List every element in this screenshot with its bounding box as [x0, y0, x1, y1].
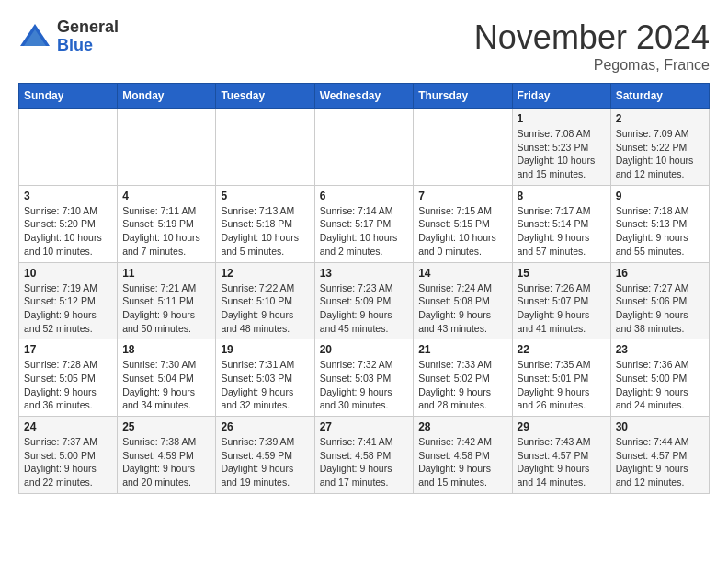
- day-number: 24: [24, 420, 112, 433]
- day-info: Sunrise: 7:41 AM Sunset: 4:58 PM Dayligh…: [320, 435, 409, 489]
- logo: General Blue: [18, 18, 119, 55]
- calendar-cell: 8Sunrise: 7:17 AM Sunset: 5:14 PM Daylig…: [512, 185, 610, 262]
- calendar-cell: 11Sunrise: 7:21 AM Sunset: 5:11 PM Dayli…: [118, 262, 216, 339]
- day-number: 7: [418, 190, 506, 202]
- calendar-cell: 30Sunrise: 7:44 AM Sunset: 4:57 PM Dayli…: [610, 417, 709, 494]
- day-number: 3: [24, 190, 112, 202]
- day-info: Sunrise: 7:30 AM Sunset: 5:04 PM Dayligh…: [122, 358, 210, 412]
- day-info: Sunrise: 7:37 AM Sunset: 5:00 PM Dayligh…: [24, 435, 112, 489]
- day-info: Sunrise: 7:17 AM Sunset: 5:14 PM Dayligh…: [518, 204, 606, 259]
- day-info: Sunrise: 7:43 AM Sunset: 4:57 PM Dayligh…: [518, 435, 606, 489]
- calendar-cell: 22Sunrise: 7:35 AM Sunset: 5:01 PM Dayli…: [512, 339, 610, 417]
- day-number: 30: [616, 420, 704, 433]
- title-block: November 2024 Pegomas, France: [474, 18, 710, 74]
- day-info: Sunrise: 7:10 AM Sunset: 5:20 PM Dayligh…: [24, 204, 112, 259]
- day-number: 25: [122, 420, 210, 433]
- calendar-week-5: 24Sunrise: 7:37 AM Sunset: 5:00 PM Dayli…: [19, 417, 710, 494]
- day-info: Sunrise: 7:22 AM Sunset: 5:10 PM Dayligh…: [221, 282, 309, 336]
- day-info: Sunrise: 7:19 AM Sunset: 5:12 PM Dayligh…: [24, 282, 112, 336]
- day-number: 27: [320, 420, 409, 433]
- calendar-cell: 2Sunrise: 7:09 AM Sunset: 5:22 PM Daylig…: [610, 109, 709, 186]
- calendar-cell: 27Sunrise: 7:41 AM Sunset: 4:58 PM Dayli…: [314, 417, 414, 494]
- day-info: Sunrise: 7:23 AM Sunset: 5:09 PM Dayligh…: [320, 282, 409, 336]
- day-info: Sunrise: 7:36 AM Sunset: 5:00 PM Dayligh…: [616, 358, 704, 412]
- day-info: Sunrise: 7:09 AM Sunset: 5:22 PM Dayligh…: [616, 127, 704, 181]
- calendar-cell: 24Sunrise: 7:37 AM Sunset: 5:00 PM Dayli…: [19, 417, 118, 494]
- logo-text: General Blue: [57, 18, 119, 55]
- day-number: 21: [418, 343, 506, 356]
- calendar-week-2: 3Sunrise: 7:10 AM Sunset: 5:20 PM Daylig…: [19, 185, 710, 262]
- calendar-cell: 3Sunrise: 7:10 AM Sunset: 5:20 PM Daylig…: [19, 185, 118, 262]
- calendar-cell: 7Sunrise: 7:15 AM Sunset: 5:15 PM Daylig…: [414, 185, 512, 262]
- day-number: 11: [122, 267, 210, 280]
- calendar-cell: 12Sunrise: 7:22 AM Sunset: 5:10 PM Dayli…: [216, 262, 314, 339]
- calendar-cell: 5Sunrise: 7:13 AM Sunset: 5:18 PM Daylig…: [216, 185, 314, 262]
- day-number: 17: [24, 343, 112, 356]
- day-info: Sunrise: 7:28 AM Sunset: 5:05 PM Dayligh…: [24, 358, 112, 412]
- calendar-week-4: 17Sunrise: 7:28 AM Sunset: 5:05 PM Dayli…: [19, 339, 710, 417]
- calendar-cell: [118, 109, 216, 186]
- calendar-cell: [19, 109, 118, 186]
- day-number: 18: [122, 343, 210, 356]
- day-info: Sunrise: 7:18 AM Sunset: 5:13 PM Dayligh…: [616, 204, 704, 259]
- calendar-cell: 16Sunrise: 7:27 AM Sunset: 5:06 PM Dayli…: [610, 262, 709, 339]
- day-number: 22: [518, 343, 606, 356]
- calendar-cell: 13Sunrise: 7:23 AM Sunset: 5:09 PM Dayli…: [314, 262, 414, 339]
- calendar-cell: 1Sunrise: 7:08 AM Sunset: 5:23 PM Daylig…: [512, 109, 610, 186]
- day-number: 20: [320, 343, 409, 356]
- day-header-sunday: Sunday: [19, 84, 118, 109]
- day-number: 8: [518, 190, 606, 202]
- logo-general: General: [57, 18, 119, 37]
- calendar-cell: 28Sunrise: 7:42 AM Sunset: 4:58 PM Dayli…: [414, 417, 512, 494]
- calendar-cell: 23Sunrise: 7:36 AM Sunset: 5:00 PM Dayli…: [610, 339, 709, 417]
- header-row: SundayMondayTuesdayWednesdayThursdayFrid…: [19, 84, 710, 109]
- day-number: 16: [616, 267, 704, 280]
- calendar-cell: 9Sunrise: 7:18 AM Sunset: 5:13 PM Daylig…: [610, 185, 709, 262]
- day-info: Sunrise: 7:32 AM Sunset: 5:03 PM Dayligh…: [320, 358, 409, 412]
- day-header-saturday: Saturday: [610, 84, 709, 109]
- calendar-header: SundayMondayTuesdayWednesdayThursdayFrid…: [19, 84, 710, 109]
- day-info: Sunrise: 7:11 AM Sunset: 5:19 PM Dayligh…: [122, 204, 210, 259]
- day-number: 12: [221, 267, 309, 280]
- day-info: Sunrise: 7:35 AM Sunset: 5:01 PM Dayligh…: [518, 358, 606, 412]
- calendar-cell: [216, 109, 314, 186]
- logo-icon: [18, 20, 51, 53]
- day-info: Sunrise: 7:27 AM Sunset: 5:06 PM Dayligh…: [616, 282, 704, 336]
- day-header-thursday: Thursday: [414, 84, 512, 109]
- day-number: 9: [616, 190, 704, 202]
- calendar-cell: 6Sunrise: 7:14 AM Sunset: 5:17 PM Daylig…: [314, 185, 414, 262]
- day-number: 15: [518, 267, 606, 280]
- calendar-cell: 14Sunrise: 7:24 AM Sunset: 5:08 PM Dayli…: [414, 262, 512, 339]
- calendar-week-1: 1Sunrise: 7:08 AM Sunset: 5:23 PM Daylig…: [19, 109, 710, 186]
- day-info: Sunrise: 7:13 AM Sunset: 5:18 PM Dayligh…: [221, 204, 309, 259]
- day-info: Sunrise: 7:38 AM Sunset: 4:59 PM Dayligh…: [122, 435, 210, 489]
- day-info: Sunrise: 7:21 AM Sunset: 5:11 PM Dayligh…: [122, 282, 210, 336]
- calendar-cell: 26Sunrise: 7:39 AM Sunset: 4:59 PM Dayli…: [216, 417, 314, 494]
- location: Pegomas, France: [474, 57, 710, 74]
- day-number: 19: [221, 343, 309, 356]
- calendar-week-3: 10Sunrise: 7:19 AM Sunset: 5:12 PM Dayli…: [19, 262, 710, 339]
- calendar-cell: 15Sunrise: 7:26 AM Sunset: 5:07 PM Dayli…: [512, 262, 610, 339]
- day-number: 1: [518, 112, 606, 125]
- day-info: Sunrise: 7:08 AM Sunset: 5:23 PM Dayligh…: [518, 127, 606, 181]
- day-number: 29: [518, 420, 606, 433]
- calendar-body: 1Sunrise: 7:08 AM Sunset: 5:23 PM Daylig…: [19, 109, 710, 494]
- day-header-wednesday: Wednesday: [314, 84, 414, 109]
- calendar-cell: 19Sunrise: 7:31 AM Sunset: 5:03 PM Dayli…: [216, 339, 314, 417]
- day-header-friday: Friday: [512, 84, 610, 109]
- calendar-cell: [414, 109, 512, 186]
- day-number: 14: [418, 267, 506, 280]
- calendar-cell: 18Sunrise: 7:30 AM Sunset: 5:04 PM Dayli…: [118, 339, 216, 417]
- day-number: 5: [221, 190, 309, 202]
- calendar-cell: 10Sunrise: 7:19 AM Sunset: 5:12 PM Dayli…: [19, 262, 118, 339]
- calendar-cell: 4Sunrise: 7:11 AM Sunset: 5:19 PM Daylig…: [118, 185, 216, 262]
- day-info: Sunrise: 7:15 AM Sunset: 5:15 PM Dayligh…: [418, 204, 506, 259]
- day-info: Sunrise: 7:31 AM Sunset: 5:03 PM Dayligh…: [221, 358, 309, 412]
- month-title: November 2024: [474, 18, 710, 57]
- day-info: Sunrise: 7:39 AM Sunset: 4:59 PM Dayligh…: [221, 435, 309, 489]
- day-number: 2: [616, 112, 704, 125]
- day-number: 26: [221, 420, 309, 433]
- day-info: Sunrise: 7:24 AM Sunset: 5:08 PM Dayligh…: [418, 282, 506, 336]
- day-number: 6: [320, 190, 409, 202]
- calendar-cell: 29Sunrise: 7:43 AM Sunset: 4:57 PM Dayli…: [512, 417, 610, 494]
